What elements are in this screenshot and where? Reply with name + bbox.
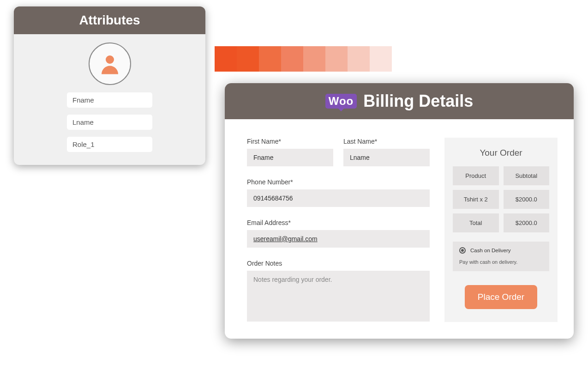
phone-label: Phone Number* <box>247 178 430 186</box>
billing-title: Billing Details <box>363 91 473 111</box>
order-notes-input[interactable] <box>247 271 430 322</box>
svg-point-0 <box>106 55 114 64</box>
billing-form: First Name* Last Name* Phone Number* Ema… <box>247 138 430 322</box>
attributes-title: Attributes <box>14 6 205 34</box>
attributes-card: Attributes <box>14 6 205 165</box>
first-name-label: First Name* <box>247 138 333 145</box>
order-col-subtotal: Subtotal <box>504 166 550 185</box>
email-label: Email Address* <box>247 219 430 226</box>
order-item-price: $2000.0 <box>504 190 550 209</box>
payment-method-label: Cash on Delivery <box>470 248 511 253</box>
order-total-label: Total <box>453 213 499 232</box>
order-title: Your Order <box>453 148 549 158</box>
attributes-body <box>14 34 205 165</box>
payment-desc: Pay with cash on delivery. <box>459 259 543 265</box>
place-order-button[interactable]: Place Order <box>465 285 537 309</box>
user-avatar-icon <box>89 43 131 85</box>
phone-input[interactable] <box>247 189 430 207</box>
payment-option-cod[interactable]: Cash on Delivery <box>459 247 543 254</box>
order-col-product: Product <box>453 166 499 185</box>
order-total-value: $2000.0 <box>504 213 550 232</box>
gradient-strip <box>215 46 588 72</box>
first-name-input[interactable] <box>247 149 333 166</box>
last-name-input[interactable] <box>343 149 430 166</box>
order-item-name: Tshirt x 2 <box>453 190 499 209</box>
attribute-role-input[interactable] <box>67 137 152 152</box>
attribute-lname-input[interactable] <box>67 115 152 130</box>
email-input[interactable] <box>247 230 430 248</box>
payment-box: Cash on Delivery Pay with cash on delive… <box>453 242 549 271</box>
order-panel: Your Order Product Subtotal Tshirt x 2 $… <box>444 138 558 322</box>
order-notes-label: Order Notes <box>247 260 430 267</box>
woo-badge-icon: Woo <box>325 94 357 109</box>
billing-card: Woo Billing Details First Name* Last Nam… <box>225 83 574 339</box>
attribute-fname-input[interactable] <box>67 92 152 108</box>
radio-icon <box>459 247 466 254</box>
last-name-label: Last Name* <box>343 138 430 145</box>
billing-header: Woo Billing Details <box>225 83 574 119</box>
